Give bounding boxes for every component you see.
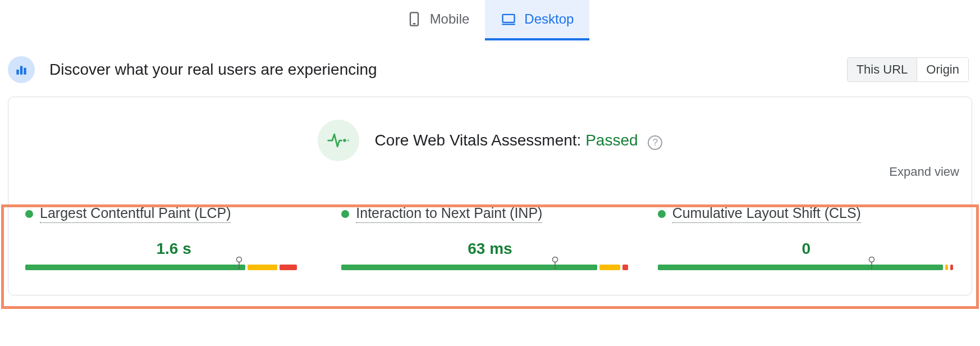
svg-point-13	[869, 257, 874, 262]
svg-point-11	[553, 257, 558, 262]
metric-lcp-value: 1.6 s	[25, 240, 322, 258]
bar-orange	[599, 265, 620, 270]
desktop-icon	[501, 11, 516, 27]
svg-rect-4	[16, 70, 19, 75]
bar-green	[25, 265, 245, 270]
status-dot-icon	[341, 210, 349, 218]
mobile-icon	[406, 11, 422, 27]
chart-icon	[8, 56, 35, 83]
svg-point-7	[343, 139, 346, 142]
bar-red	[280, 265, 297, 270]
marker-icon	[552, 257, 558, 269]
svg-rect-6	[24, 68, 26, 75]
header-row: Discover what your real users are experi…	[0, 40, 980, 93]
status-dot-icon	[25, 210, 33, 218]
assessment-text: Core Web Vitals Assessment: Passed ?	[375, 131, 663, 150]
help-icon[interactable]: ?	[648, 135, 662, 150]
tab-desktop-label: Desktop	[524, 11, 574, 27]
metric-inp-bar	[341, 265, 638, 270]
metric-inp: Interaction to Next Paint (INP) 63 ms	[341, 205, 638, 270]
svg-rect-5	[20, 66, 22, 75]
bar-green	[658, 265, 943, 270]
bar-orange	[248, 265, 277, 270]
metric-cls-name[interactable]: Cumulative Layout Shift (CLS)	[672, 205, 861, 223]
bar-orange	[945, 265, 948, 270]
status-dot-icon	[658, 210, 666, 218]
svg-point-9	[237, 257, 242, 262]
assessment-row: Core Web Vitals Assessment: Passed ?	[21, 120, 959, 161]
metric-inp-value: 63 ms	[341, 240, 638, 258]
svg-rect-2	[503, 15, 515, 22]
scope-origin[interactable]: Origin	[917, 58, 968, 81]
vitals-card: Core Web Vitals Assessment: Passed ? Exp…	[8, 97, 972, 295]
metric-cls: Cumulative Layout Shift (CLS) 0	[658, 205, 955, 270]
metric-lcp-name[interactable]: Largest Contentful Paint (LCP)	[40, 205, 231, 223]
tab-mobile-label: Mobile	[430, 11, 470, 27]
expand-view-link[interactable]: Expand view	[889, 165, 959, 179]
assessment-prefix: Core Web Vitals Assessment:	[375, 131, 586, 149]
tab-desktop[interactable]: Desktop	[485, 0, 589, 40]
device-tabs: Mobile Desktop	[0, 0, 980, 40]
page-title: Discover what your real users are experi…	[49, 61, 377, 79]
tab-mobile[interactable]: Mobile	[391, 0, 486, 40]
metrics-grid: Largest Contentful Paint (LCP) 1.6 s Int…	[21, 198, 959, 270]
assessment-status: Passed	[585, 131, 638, 149]
svg-point-8	[347, 139, 349, 142]
metric-lcp-bar	[25, 265, 322, 270]
bar-red	[950, 265, 953, 270]
metric-inp-name[interactable]: Interaction to Next Paint (INP)	[356, 205, 542, 223]
metric-cls-value: 0	[658, 240, 955, 258]
marker-icon	[236, 257, 242, 269]
pulse-icon	[318, 120, 359, 161]
bar-red	[622, 265, 629, 270]
metric-cls-bar	[658, 265, 955, 270]
marker-icon	[868, 257, 875, 269]
scope-this-url[interactable]: This URL	[848, 58, 917, 81]
metric-lcp: Largest Contentful Paint (LCP) 1.6 s	[25, 205, 322, 270]
scope-toggle: This URL Origin	[847, 57, 969, 82]
